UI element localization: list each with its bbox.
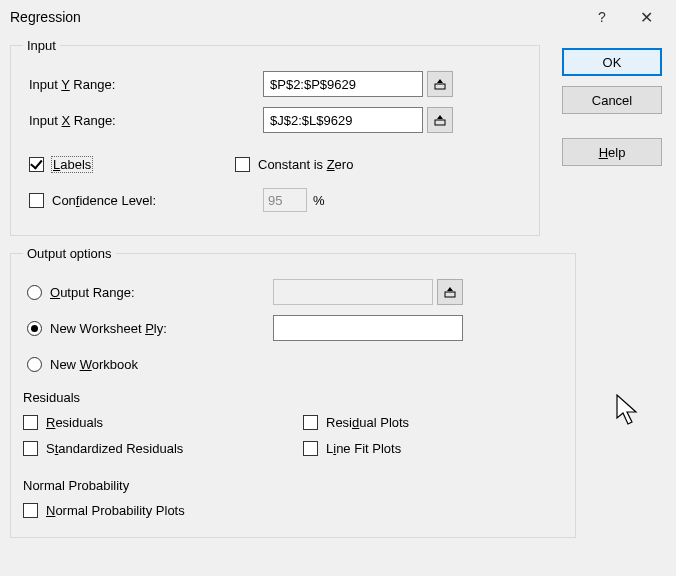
svg-rect-1: [435, 120, 445, 125]
output-range-label: Output Range:: [50, 285, 135, 300]
output-range-field: [273, 279, 433, 305]
input-y-row: Input Y Range:: [23, 69, 527, 99]
text: esiduals: [55, 415, 103, 430]
output-range-row: Output Range:: [23, 277, 563, 307]
text: S: [46, 441, 55, 456]
labels-checkbox[interactable]: [29, 157, 44, 172]
cancel-button[interactable]: Cancel: [562, 86, 662, 114]
text: ne Fit Plots: [336, 441, 401, 456]
dialog-body: Input Input Y Range: Input X Range:: [10, 38, 666, 566]
output-range-radio[interactable]: [27, 285, 42, 300]
text: Resi: [326, 415, 352, 430]
residuals-checkbox[interactable]: [23, 415, 38, 430]
refedit-y-button[interactable]: [427, 71, 453, 97]
side-buttons: OK Cancel Help: [562, 48, 666, 176]
text: Range:: [70, 113, 116, 128]
new-workbook-radio[interactable]: [27, 357, 42, 372]
text: utput Range:: [60, 285, 134, 300]
regression-dialog: Regression ? ✕ Input Input Y Range:: [0, 0, 676, 576]
line-fit-plots-label: Line Fit Plots: [326, 441, 401, 456]
input-x-row: Input X Range:: [23, 105, 527, 135]
output-groupbox: Output options Output Range: New Workshe…: [10, 246, 576, 538]
input-y-range-field[interactable]: [263, 71, 423, 97]
labels-checkbox-row: Labels: [23, 151, 235, 177]
output-range-radio-row: Output Range:: [23, 279, 273, 305]
new-workbook-label: New Workbook: [50, 357, 138, 372]
normal-probability-plots-label: Normal Probability Plots: [46, 503, 185, 518]
range-select-icon: [434, 114, 446, 126]
input-legend: Input: [23, 38, 60, 53]
help-icon[interactable]: ?: [580, 2, 624, 32]
svg-rect-0: [435, 84, 445, 89]
ok-label: OK: [603, 55, 622, 70]
residuals-col-2: Residual Plots Line Fit Plots: [303, 409, 563, 461]
text: ly:: [154, 321, 167, 336]
close-icon[interactable]: ✕: [624, 2, 668, 32]
refedit-x-button[interactable]: [427, 107, 453, 133]
standardized-residuals-row: Standardized Residuals: [23, 435, 303, 461]
titlebar: Regression ? ✕: [0, 0, 676, 34]
residuals-label: Residuals: [46, 415, 103, 430]
input-groupbox: Input Input Y Range: Input X Range:: [10, 38, 540, 236]
mnemonic: N: [46, 503, 55, 518]
input-x-label: Input X Range:: [23, 113, 263, 128]
text: abels: [60, 157, 91, 172]
mnemonic: O: [50, 285, 60, 300]
labels-label: Labels: [52, 157, 92, 172]
text: Constant is: [258, 157, 327, 172]
mnemonic: W: [80, 357, 92, 372]
refedit-output-button[interactable]: [437, 279, 463, 305]
percent-label: %: [313, 193, 325, 208]
mnemonic: Y: [61, 77, 69, 92]
confidence-checkbox-row: Confidence Level:: [23, 187, 263, 213]
constant-zero-checkbox[interactable]: [235, 157, 250, 172]
ok-button[interactable]: OK: [562, 48, 662, 76]
range-select-icon: [434, 78, 446, 90]
normal-probability-plots-row: Normal Probability Plots: [23, 497, 563, 523]
text: idence Level:: [79, 193, 156, 208]
text: New: [50, 357, 80, 372]
constant-zero-row: Constant is Zero: [235, 151, 353, 177]
residual-plots-row: Residual Plots: [303, 409, 563, 435]
normal-probability-heading: Normal Probability: [23, 473, 563, 497]
residuals-grid: Residuals Standardized Residuals Residua…: [23, 409, 563, 461]
text: orkbook: [92, 357, 138, 372]
residual-plots-label: Residual Plots: [326, 415, 409, 430]
confidence-row: Confidence Level: %: [23, 185, 527, 215]
residuals-heading: Residuals: [23, 385, 563, 409]
text: ormal Probability Plots: [55, 503, 184, 518]
mnemonic: Z: [327, 157, 335, 172]
constant-zero-label: Constant is Zero: [258, 157, 353, 172]
checks-row-1: Labels Constant is Zero: [23, 149, 527, 179]
text: New Worksheet: [50, 321, 145, 336]
confidence-label: Confidence Level:: [52, 193, 156, 208]
confidence-checkbox[interactable]: [29, 193, 44, 208]
input-y-label: Input Y Range:: [23, 77, 263, 92]
range-select-icon: [444, 286, 456, 298]
help-button[interactable]: Help: [562, 138, 662, 166]
text: Con: [52, 193, 76, 208]
help-label: Help: [599, 145, 626, 160]
mnemonic: P: [145, 321, 154, 336]
residuals-col-1: Residuals Standardized Residuals: [23, 409, 303, 461]
text: andardized Residuals: [58, 441, 183, 456]
new-worksheet-radio-row: New Worksheet Ply:: [23, 315, 273, 341]
new-worksheet-name-field[interactable]: [273, 315, 463, 341]
new-workbook-radio-row: New Workbook: [23, 351, 138, 377]
standardized-residuals-checkbox[interactable]: [23, 441, 38, 456]
new-worksheet-radio[interactable]: [27, 321, 42, 336]
text: Range:: [70, 77, 116, 92]
normal-probability-plots-checkbox[interactable]: [23, 503, 38, 518]
cancel-label: Cancel: [592, 93, 632, 108]
input-x-range-field[interactable]: [263, 107, 423, 133]
text: Input: [29, 77, 61, 92]
output-legend: Output options: [23, 246, 116, 261]
dialog-title: Regression: [10, 9, 580, 25]
residual-plots-checkbox[interactable]: [303, 415, 318, 430]
new-worksheet-label: New Worksheet Ply:: [50, 321, 167, 336]
line-fit-plots-checkbox[interactable]: [303, 441, 318, 456]
line-fit-plots-row: Line Fit Plots: [303, 435, 563, 461]
main-area: Input Input Y Range: Input X Range:: [10, 38, 540, 548]
mnemonic: X: [62, 113, 71, 128]
mnemonic: R: [46, 415, 55, 430]
